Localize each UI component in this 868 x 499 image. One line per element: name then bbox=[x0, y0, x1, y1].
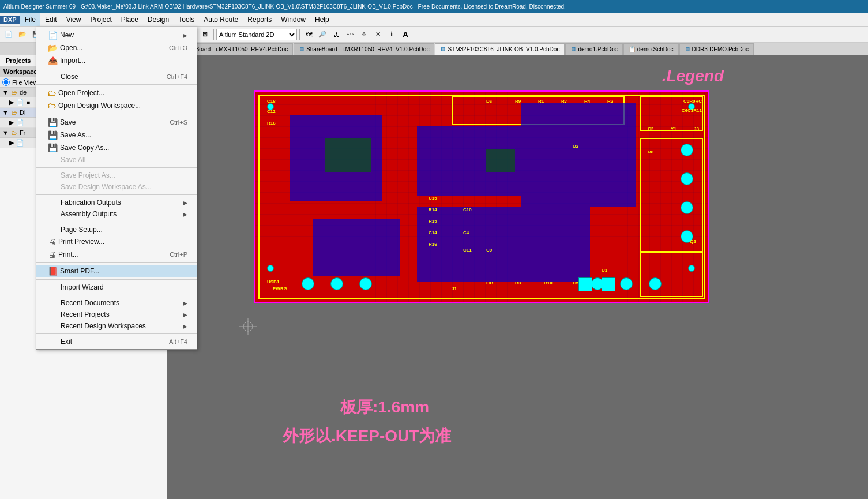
tab-shareboard-v1[interactable]: 🖥ShareBoard - i.MXRT1050_REV4_V1.0.PcbDo… bbox=[294, 43, 434, 55]
menu-item-importwizard[interactable]: Import Wizard bbox=[36, 282, 197, 293]
title-bar: Altium Designer Summer 09 - G:\03.Maker_… bbox=[0, 0, 868, 13]
pcb-text-usb1: USB1 bbox=[267, 279, 279, 284]
menu-window[interactable]: Window bbox=[276, 13, 310, 26]
openws-icon: 🗁 bbox=[48, 101, 56, 110]
pcb-pad-bot6 bbox=[649, 277, 662, 290]
toolbar-info[interactable]: ℹ bbox=[385, 28, 398, 41]
menu-item-save[interactable]: 💾 Save Ctrl+S bbox=[36, 116, 197, 129]
menu-item-import[interactable]: 📥 Import... bbox=[36, 54, 197, 67]
pcb-blue3 bbox=[521, 103, 636, 207]
tab-demo1[interactable]: 🖥demo1.PcbDoc bbox=[565, 43, 622, 55]
close-label: Close bbox=[61, 73, 78, 81]
toolbar-inspect[interactable]: 🔎 bbox=[316, 28, 329, 41]
pcb-text-ob: OB bbox=[486, 280, 493, 286]
menu-project[interactable]: Project bbox=[85, 13, 116, 26]
pcb-pad-bot5 bbox=[620, 277, 633, 290]
pcb-text-j1: J1 bbox=[452, 286, 457, 291]
pcb-bottom-text2: 外形以.KEEP-OUT为准 bbox=[283, 425, 451, 447]
menu-item-open[interactable]: 📂 Open... Ctrl+O bbox=[36, 42, 197, 54]
pcb-text-u2: U2 bbox=[573, 144, 578, 149]
menu-item-exit[interactable]: Exit Alt+F4 bbox=[36, 336, 197, 347]
panel-tab-projects[interactable]: Projects bbox=[0, 55, 37, 66]
openproject-label: Open Project... bbox=[58, 89, 104, 97]
menu-item-openws[interactable]: 🗁 Open Design Workspace... bbox=[36, 99, 197, 112]
dxp-button[interactable]: DXP bbox=[0, 16, 20, 24]
menu-item-printpreview[interactable]: 🖨 Print Preview... bbox=[36, 235, 197, 248]
pcb-canvas[interactable]: USB1 PWRG J1 OB R3 R10 C5 U1 Q2 C18 C12 … bbox=[254, 90, 709, 303]
menu-bar: DXP File Edit View Project Place Design … bbox=[0, 13, 868, 27]
pcb-text-c5: C5 bbox=[573, 280, 578, 286]
recentdocs-label: Recent Documents bbox=[61, 299, 119, 307]
pcb-blue5 bbox=[313, 219, 400, 276]
toolbar-browse[interactable]: 🗺 bbox=[302, 28, 315, 41]
sep3 bbox=[36, 114, 197, 114]
menu-item-recentdocs[interactable]: Recent Documents ▶ bbox=[36, 297, 197, 309]
toolbar-3d[interactable]: 🖧 bbox=[330, 28, 343, 41]
toolbar-new[interactable]: 📄 bbox=[2, 28, 15, 41]
pcb-text-r14: R14 bbox=[429, 207, 437, 212]
menu-help[interactable]: Help bbox=[310, 13, 334, 26]
exit-shortcut: Alt+F4 bbox=[169, 338, 187, 345]
menu-item-saveas[interactable]: 💾 Save As... bbox=[36, 129, 197, 141]
printpreview-icon: 🖨 bbox=[48, 237, 56, 246]
pcb-text-r3: R3 bbox=[515, 280, 521, 286]
menu-item-saveprojectas: Save Project As... bbox=[36, 170, 197, 181]
menu-item-recentprojects[interactable]: Recent Projects ▶ bbox=[36, 309, 197, 320]
sep8 bbox=[36, 279, 197, 280]
menu-item-openproject[interactable]: 🗁 Open Project... bbox=[36, 87, 197, 99]
legend-label: .Legend bbox=[662, 67, 724, 85]
menu-item-recentws[interactable]: Recent Design Workspaces ▶ bbox=[36, 320, 197, 332]
view-combo[interactable]: Altium Standard 2D Altium Standard 3D bbox=[216, 29, 297, 40]
recentprojects-arrow: ▶ bbox=[183, 312, 187, 318]
menu-item-print[interactable]: 🖨 Print... Ctrl+P bbox=[36, 248, 197, 261]
menu-item-asmoutputs[interactable]: Assembly Outputs ▶ bbox=[36, 208, 197, 220]
toolbar-snap[interactable]: ⊠ bbox=[198, 28, 211, 41]
pcb-text-c18: C18 bbox=[267, 99, 276, 104]
saveall-label: Save All bbox=[61, 156, 85, 164]
pcb-text-c6c3r11: C6C3R11 bbox=[682, 108, 702, 113]
pcb-pad2 bbox=[267, 265, 274, 272]
menu-item-smartpdf[interactable]: 📕 Smart PDF... bbox=[36, 265, 197, 277]
tab-demo-sch[interactable]: 📋demo.SchDoc bbox=[623, 43, 679, 55]
toolbar-route[interactable]: 〰 bbox=[344, 28, 356, 41]
tab-ddr3[interactable]: 🖥DDR3-DEMO.PcbDoc bbox=[679, 43, 754, 55]
menu-item-faboutputs[interactable]: Fabrication Outputs ▶ bbox=[36, 197, 197, 208]
save-icon: 💾 bbox=[48, 118, 58, 127]
menu-item-pagesetup[interactable]: Page Setup... bbox=[36, 224, 197, 235]
pcb-text-r15: R15 bbox=[429, 219, 437, 224]
exit-label: Exit bbox=[61, 337, 72, 346]
menu-item-savecopy[interactable]: 💾 Save Copy As... bbox=[36, 141, 197, 154]
toolbar-a[interactable]: A bbox=[399, 28, 412, 41]
menu-autoroute[interactable]: Auto Route bbox=[199, 13, 243, 26]
pcb-mid-right-rect bbox=[640, 138, 703, 253]
pcb-text-c14: C14 bbox=[429, 230, 437, 235]
pcb-green2 bbox=[486, 149, 515, 172]
pcb-text-r9: R9 bbox=[515, 99, 521, 104]
toolbar-sep5 bbox=[213, 29, 214, 40]
menu-item-new[interactable]: 📄 New ▶ bbox=[36, 29, 197, 42]
toolbar-cross[interactable]: ✕ bbox=[371, 28, 384, 41]
pcb-text-j8: J8 bbox=[694, 126, 699, 132]
importwizard-label: Import Wizard bbox=[61, 283, 104, 291]
pcb-pad-bot2 bbox=[330, 277, 343, 290]
menu-file[interactable]: File bbox=[20, 13, 40, 26]
sep9 bbox=[36, 295, 197, 295]
menu-design[interactable]: Design bbox=[143, 13, 174, 26]
toolbar-open[interactable]: 📂 bbox=[16, 28, 29, 41]
menu-item-close[interactable]: Close Ctrl+F4 bbox=[36, 71, 197, 82]
menu-place[interactable]: Place bbox=[117, 13, 143, 26]
pcb-text-c9: C9 bbox=[486, 247, 492, 253]
tab-stm32-jlink[interactable]: 🖥STM32F103C8T6_JLINK-OB_V1.0.PcbDoc bbox=[435, 43, 565, 55]
pcb-pad-r3 bbox=[681, 201, 693, 214]
toolbar-drc[interactable]: ⚠ bbox=[358, 28, 370, 41]
menu-view[interactable]: View bbox=[62, 13, 86, 26]
menu-edit[interactable]: Edit bbox=[40, 13, 62, 26]
pcb-blue4 bbox=[417, 207, 590, 282]
openws-label: Open Design Workspace... bbox=[58, 102, 141, 110]
file-view-radio[interactable] bbox=[2, 78, 10, 86]
canvas-area: .Legend bbox=[167, 55, 868, 499]
file-menu-dropdown: 📄 New ▶ 📂 Open... Ctrl+O 📥 Import... Clo… bbox=[36, 27, 197, 350]
savedesignws-label: Save Design Workspace As... bbox=[61, 183, 152, 191]
menu-tools[interactable]: Tools bbox=[174, 13, 199, 26]
menu-reports[interactable]: Reports bbox=[243, 13, 276, 26]
